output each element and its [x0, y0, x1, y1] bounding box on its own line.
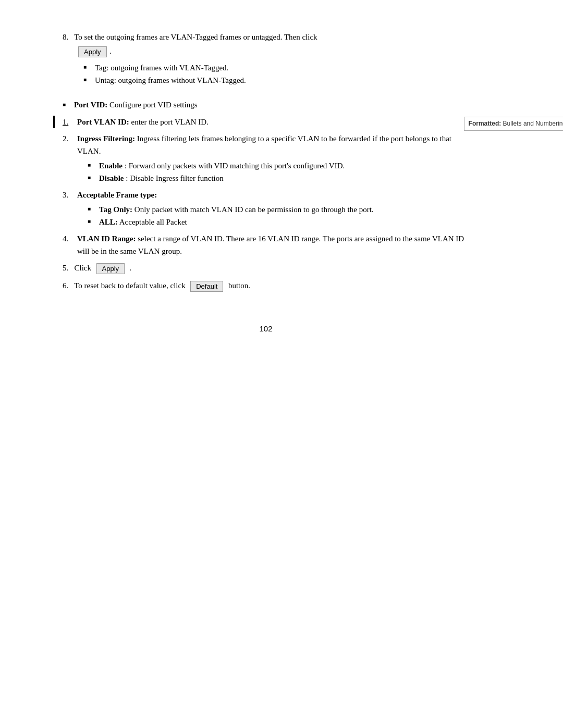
item-3-content: Acceptable Frame type: Tag Only: Only pa… [77, 189, 469, 228]
enable-label: Enable [99, 162, 123, 170]
page: 8. To set the outgoing frames are VLAN-T… [0, 0, 563, 728]
step-6-pre: To reset back to default value, click [74, 281, 185, 290]
item-1-number: 1. [63, 116, 77, 128]
apply-button-1[interactable]: Apply [78, 46, 107, 57]
all-text: Acceptable all Packet [119, 218, 187, 226]
item-2-bold: Ingress Filtering: [77, 134, 135, 143]
left-bar [53, 116, 55, 128]
item-2-number: 2. [63, 132, 77, 145]
item-1-content: Port VLAN ID: enter the port VLAN ID. [77, 116, 469, 128]
item-3-bold: Acceptable Frame type: [77, 191, 157, 199]
apply-button-2[interactable]: Apply [96, 263, 125, 274]
numbered-list: 1. Port VLAN ID: enter the port VLAN ID.… [63, 116, 469, 257]
item-3-number: 3. [63, 189, 77, 201]
port-vid-header: Port VID: Configure port VID settings [63, 99, 469, 111]
numbered-item-1: 1. Port VLAN ID: enter the port VLAN ID.… [63, 116, 469, 128]
step-8-text: 8. To set the outgoing frames are VLAN-T… [63, 31, 469, 58]
disable-text: : Disable Ingress filter function [126, 174, 223, 182]
step-5-number: 5. [63, 264, 68, 272]
step-8-intro: To set the outgoing frames are VLAN-Tagg… [74, 33, 317, 41]
step-5-post: . [130, 264, 132, 272]
formatted-note: Formatted: Bullets and Numbering [464, 117, 563, 131]
tag-only-text: Only packet with match VLAN ID can be pe… [134, 205, 374, 214]
port-vid-section: Port VID: Configure port VID settings [63, 99, 469, 111]
step-6: 6. To reset back to default value, click… [63, 279, 469, 293]
list-item: Disable : Disable Ingress filter functio… [88, 172, 469, 184]
item-1-bold: Port VLAN ID: [77, 118, 129, 126]
step-6-number: 6. [63, 281, 68, 290]
list-item: ALL: Acceptable all Packet [88, 216, 469, 228]
all-label: ALL: [99, 218, 118, 226]
page-number: 102 [63, 324, 469, 333]
step-8: 8. To set the outgoing frames are VLAN-T… [63, 31, 469, 87]
default-button[interactable]: Default [190, 281, 223, 292]
content: 8. To set the outgoing frames are VLAN-T… [63, 31, 469, 333]
port-vid-text: Configure port VID settings [109, 101, 197, 109]
list-item: Tag Only: Only packet with match VLAN ID… [88, 203, 469, 216]
item-4-bold: VLAN ID Range: [77, 235, 136, 243]
port-vid-label: Port VID: [74, 101, 107, 109]
step-6-post: button. [228, 281, 250, 290]
step-8-number: 8. [63, 33, 68, 41]
numbered-item-2: 2. Ingress Filtering: Ingress filtering … [63, 132, 469, 184]
item-4-content: VLAN ID Range: select a range of VLAN ID… [77, 232, 469, 257]
enable-text: : Forward only packets with VID matching… [125, 162, 345, 170]
list-item: Untag: outgoing frames without VLAN-Tagg… [83, 74, 469, 87]
list-item: Enable : Forward only packets with VID m… [88, 159, 469, 172]
item-1-text: enter the port VLAN ID. [131, 118, 208, 126]
step-5: 5. Click Apply . [63, 262, 469, 275]
list-item: Tag: outgoing frames with VLAN-Tagged. [83, 61, 469, 74]
item-2-bullets: Enable : Forward only packets with VID m… [88, 159, 469, 184]
tag-only-label: Tag Only: [99, 205, 132, 214]
step-5-pre: Click [75, 264, 92, 272]
disable-label: Disable [99, 174, 124, 182]
item-3-bullets: Tag Only: Only packet with match VLAN ID… [88, 203, 469, 228]
numbered-item-3: 3. Acceptable Frame type: Tag Only: Only… [63, 189, 469, 228]
item-2-content: Ingress Filtering: Ingress filtering let… [77, 132, 469, 184]
numbered-item-4: 4. VLAN ID Range: select a range of VLAN… [63, 232, 469, 257]
item-4-number: 4. [63, 232, 77, 245]
step-8-bullet-list: Tag: outgoing frames with VLAN-Tagged. U… [83, 61, 469, 87]
